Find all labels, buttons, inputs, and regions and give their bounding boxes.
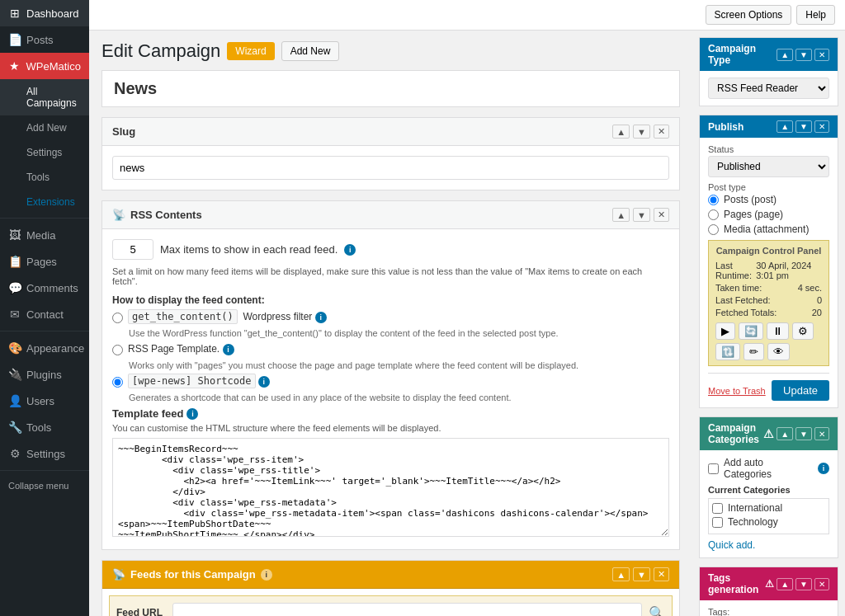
settings-icon: ⚙ <box>8 447 21 460</box>
cp-play-btn[interactable]: ▶ <box>715 322 735 340</box>
sidebar-item-all-campaigns[interactable]: All Campaigns <box>0 79 89 115</box>
categories-body: Add auto Categories i Current Categories… <box>700 450 838 557</box>
sidebar-item-plugins[interactable]: 🔌 Plugins <box>0 361 89 388</box>
sidebar-item-users[interactable]: 👤 Users <box>0 388 89 414</box>
campaign-type-up[interactable]: ▲ <box>777 49 793 61</box>
max-items-desc: Set a limit on how many feed items will … <box>112 266 669 286</box>
feeds-close[interactable]: ✕ <box>654 567 669 581</box>
cp-sync-btn[interactable]: 🔃 <box>715 343 740 360</box>
sidebar-item-dashboard[interactable]: ⊞ Dashboard <box>0 0 89 26</box>
radio-get-content-input[interactable] <box>112 313 123 323</box>
radio-shortcode[interactable]: [wpe-news] Shortcode i <box>112 375 669 388</box>
sidebar-item-add-new[interactable]: Add New <box>0 115 89 140</box>
screen-options-btn[interactable]: Screen Options <box>706 5 792 25</box>
categories-down[interactable]: ▼ <box>795 427 812 440</box>
cat-item-technology: Technology <box>712 516 825 528</box>
add-new-button[interactable]: Add New <box>281 41 340 61</box>
rss-collapse-up[interactable]: ▲ <box>612 208 630 222</box>
publish-down[interactable]: ▼ <box>795 120 812 133</box>
sidebar-item-label: All Campaigns <box>26 86 81 109</box>
post-type-media-label: Media (attachment) <box>724 223 809 235</box>
cp-eye-btn[interactable]: 👁 <box>767 343 790 360</box>
slug-collapse-up[interactable]: ▲ <box>612 125 630 139</box>
sidebar-item-posts[interactable]: 📄 Posts <box>0 26 89 53</box>
radio-shortcode-input[interactable] <box>112 377 123 388</box>
cp-settings-btn[interactable]: ⚙ <box>792 322 814 340</box>
post-type-media-radio[interactable] <box>708 224 719 235</box>
cat-technology-checkbox[interactable] <box>712 517 723 528</box>
sidebar-item-pages[interactable]: 📋 Pages <box>0 248 89 275</box>
sidebar-item-label: Settings <box>26 448 65 460</box>
sidebar-item-label: Users <box>26 395 54 407</box>
tags-close[interactable]: ✕ <box>814 578 829 590</box>
collapse-menu[interactable]: Collapse menu <box>0 474 89 497</box>
campaign-type-close[interactable]: ✕ <box>814 49 829 61</box>
trash-link[interactable]: Move to Trash <box>708 386 766 396</box>
users-icon: 👤 <box>8 394 21 407</box>
post-type-pages-radio[interactable] <box>708 209 719 220</box>
categories-close[interactable]: ✕ <box>814 427 829 440</box>
quick-add-link[interactable]: Quick add. <box>708 539 755 551</box>
sidebar-item-label: Add New <box>26 122 67 134</box>
rss-close[interactable]: ✕ <box>654 208 669 222</box>
slug-panel-title: Slug <box>112 125 135 138</box>
sidebar-item-extensions[interactable]: Extensions <box>0 190 89 214</box>
sidebar-item-appearance[interactable]: 🎨 Appearance <box>0 335 89 361</box>
content-area: Edit Campaign Wizard Add New News Slug ▲… <box>89 31 692 616</box>
sidebar-item-wpematico[interactable]: ★ WPeMatico <box>0 53 89 79</box>
wpematico-icon: ★ <box>8 59 21 73</box>
slug-input[interactable] <box>112 156 669 180</box>
publish-panel: Publish ▲ ▼ ✕ Status Published <box>699 115 838 408</box>
sidebar-item-tools[interactable]: Tools <box>0 165 89 190</box>
cat-international-checkbox[interactable] <box>712 503 723 514</box>
shortcode-desc: Generates a shortcode that can be used i… <box>129 393 669 402</box>
status-select[interactable]: Published <box>708 156 829 177</box>
template-info[interactable]: i <box>186 408 198 420</box>
tags-down[interactable]: ▼ <box>795 578 812 590</box>
publish-close[interactable]: ✕ <box>814 120 829 133</box>
radio-rss-page-input[interactable] <box>112 345 123 355</box>
feeds-collapse-up[interactable]: ▲ <box>612 567 630 581</box>
radio-get-content[interactable]: get_the_content() Wordpress filter i <box>112 311 669 323</box>
contact-icon: ✉ <box>8 308 21 321</box>
sidebar-item-contact[interactable]: ✉ Contact <box>0 301 89 327</box>
feed-search-btn[interactable]: 🔍 <box>649 605 665 617</box>
max-items-input[interactable] <box>112 239 153 260</box>
slug-close[interactable]: ✕ <box>654 125 669 139</box>
template-textarea[interactable]: ~~~BeginItemsRecord~~~ <div class='wpe_r… <box>112 438 669 537</box>
sidebar-item-settings[interactable]: Settings <box>0 140 89 165</box>
feeds-info[interactable]: i <box>261 569 272 581</box>
campaign-type-down[interactable]: ▼ <box>795 49 812 61</box>
publish-up[interactable]: ▲ <box>777 120 793 133</box>
media-icon: 🖼 <box>8 228 21 242</box>
tags-up[interactable]: ▲ <box>777 578 793 590</box>
sidebar-item-comments[interactable]: 💬 Comments <box>0 275 89 301</box>
sidebar-item-settings2[interactable]: ⚙ Settings <box>0 440 89 467</box>
cp-refresh-btn[interactable]: 🔄 <box>739 322 763 340</box>
sidebar-item-label: WPeMatico <box>26 60 81 73</box>
rss-panel-title: 📡 RSS Contents <box>112 209 202 221</box>
cp-pause-btn[interactable]: ⏸ <box>767 322 789 340</box>
slug-collapse-down[interactable]: ▼ <box>633 125 650 139</box>
cp-edit-btn[interactable]: ✏ <box>744 343 764 360</box>
categories-up[interactable]: ▲ <box>777 427 793 440</box>
rss-collapse-down[interactable]: ▼ <box>633 208 650 222</box>
auto-categories-info[interactable]: i <box>818 463 829 474</box>
auto-categories-checkbox[interactable] <box>708 463 719 474</box>
update-btn[interactable]: Update <box>772 380 829 401</box>
campaign-type-select[interactable]: RSS Feed Reader <box>708 78 829 99</box>
sidebar-item-label: Plugins <box>26 369 62 381</box>
max-items-info[interactable]: i <box>344 244 356 256</box>
auto-categories-row: Add auto Categories i <box>708 457 829 480</box>
feed-url-input[interactable] <box>172 603 642 616</box>
sidebar-item-media[interactable]: 🖼 Media <box>0 222 89 248</box>
sidebar-item-tools2[interactable]: 🔧 Tools <box>0 414 89 440</box>
sidebar-item-label: Comments <box>26 282 78 294</box>
post-type-posts-radio[interactable] <box>708 195 719 205</box>
wizard-button[interactable]: Wizard <box>227 42 274 60</box>
feeds-collapse-down[interactable]: ▼ <box>633 567 650 581</box>
radio-rss-page[interactable]: RSS Page Template. i <box>112 343 669 355</box>
post-type-media: Media (attachment) <box>708 223 829 235</box>
post-type-label: Post type <box>708 182 829 192</box>
help-btn[interactable]: Help <box>796 5 835 25</box>
